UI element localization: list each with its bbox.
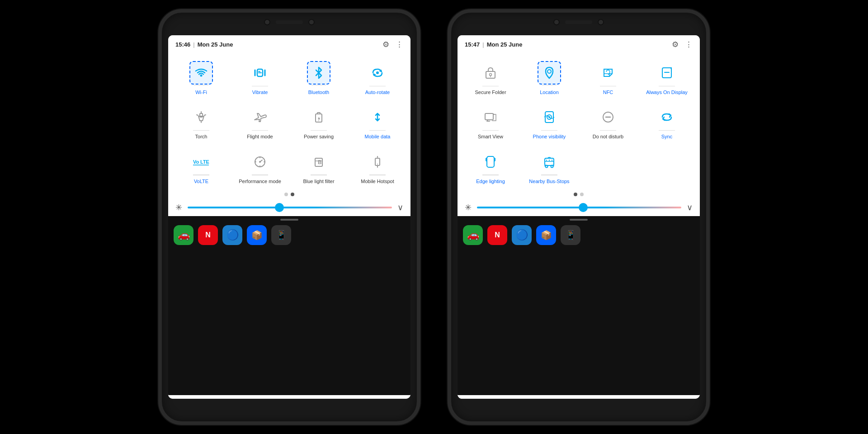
dot-1-1[interactable] [284, 193, 288, 196]
status-bar-left-1: 15:46 | Mon 25 June [175, 41, 233, 48]
donotdisturb-label: Do not disturb [593, 133, 623, 140]
phone-2-body: 15:47 | Mon 25 June ⚙ ⋮ [448, 9, 710, 425]
app-grab[interactable]: 🚗 [174, 225, 193, 245]
phonevis-label: Phone visibility [533, 133, 566, 140]
nearbybus-icon [542, 155, 557, 169]
vibrate-label: Vibrate [252, 89, 268, 95]
earpiece-speaker-2 [565, 20, 592, 24]
quick-settings-1: Wi-Fi [168, 52, 410, 399]
app-netflix-2[interactable]: N [487, 225, 507, 245]
wifi-label: Wi-Fi [195, 89, 207, 95]
dot-2-1[interactable] [574, 193, 577, 196]
qs-alwayson[interactable]: Always On Display [637, 56, 696, 99]
brightness-chevron-icon-2[interactable]: ∨ [687, 203, 693, 212]
app-blue[interactable]: 🔵 [222, 225, 242, 245]
brightness-track-1[interactable] [188, 207, 392, 208]
wifi-icon [194, 66, 208, 80]
brightness-sun-icon-1: ✳ [175, 203, 182, 212]
app-blue-2[interactable]: 🔵 [512, 225, 532, 245]
phones-container: 15:46 | Mon 25 June ⚙ ⋮ [158, 9, 710, 425]
svg-line-13 [204, 115, 206, 115]
qs-torch[interactable]: Torch [172, 100, 231, 143]
sensor [308, 19, 315, 25]
location-icon [543, 66, 556, 80]
qs-grid-row3-2: Edge lighting [458, 145, 700, 188]
qs-location[interactable]: Location [520, 56, 579, 99]
autorotate-icon-wrap [366, 61, 389, 85]
powersaving-label: Power saving [304, 133, 334, 140]
app-dropbox-2[interactable]: 📦 [536, 225, 556, 245]
dot-1-2[interactable] [291, 193, 294, 196]
sync-icon-wrap [655, 105, 679, 129]
qs-edgelighting[interactable]: Edge lighting [461, 145, 520, 188]
autorotate-icon [370, 66, 385, 80]
qs-wifi[interactable]: Wi-Fi [172, 56, 231, 99]
donotdisturb-icon-wrap [596, 105, 620, 129]
bixby-button[interactable] [158, 157, 160, 175]
perfmode-label: Performance mode [239, 178, 281, 184]
qs-mobiledata[interactable]: Mobile data [348, 100, 407, 143]
qs-bluelightfilter[interactable]: B Blue light filter [289, 145, 348, 188]
qs-nearbybus[interactable]: Nearby Bus-Stops [520, 145, 579, 188]
qs-autorotate[interactable]: Auto-rotate [348, 56, 407, 99]
vol-down-button[interactable] [158, 125, 160, 150]
app-grab-2[interactable]: 🚗 [463, 225, 483, 245]
vol-down-button-2[interactable] [448, 125, 449, 150]
app-dropbox[interactable]: 📦 [247, 225, 267, 245]
location-label: Location [540, 89, 559, 95]
power-button[interactable] [419, 108, 420, 139]
mobilehotspot-label: Mobile Hotspot [361, 178, 394, 184]
bluetooth-label: Bluetooth [308, 89, 329, 95]
torch-icon-wrap [189, 105, 213, 129]
settings-gear-icon-1[interactable]: ⚙ [382, 40, 389, 49]
earpiece-speaker [276, 20, 303, 24]
settings-gear-icon-2[interactable]: ⚙ [672, 40, 679, 49]
vol-up-button[interactable] [158, 94, 160, 119]
qs-flightmode[interactable]: Flight mode [231, 100, 289, 143]
sync-label: Sync [661, 133, 672, 140]
status-bar-1: 15:46 | Mon 25 June ⚙ ⋮ [168, 35, 410, 52]
bluelightfilter-icon-wrap: B [307, 150, 330, 174]
brightness-thumb-2[interactable] [579, 203, 588, 212]
phonevis-icon-wrap [538, 105, 561, 129]
svg-text:LTE: LTE [200, 159, 209, 165]
svg-text:B: B [318, 159, 322, 165]
qs-bluetooth[interactable]: Bluetooth [289, 56, 348, 99]
qs-donotdisturb[interactable]: Do not disturb [579, 100, 637, 143]
status-bar-2: 15:47 | Mon 25 June ⚙ ⋮ [458, 35, 700, 52]
volte-label: VoLTE [194, 178, 208, 184]
qs-nfc[interactable]: NFC [579, 56, 637, 99]
qs-perfmode[interactable]: Performance mode [231, 145, 289, 188]
qs-sync[interactable]: Sync [637, 100, 696, 143]
alwayson-label: Always On Display [646, 89, 688, 95]
app-netflix[interactable]: N [198, 225, 218, 245]
qs-powersaving[interactable]: Power saving [289, 100, 348, 143]
app-misc-2[interactable]: 📱 [561, 225, 580, 245]
mobiledata-icon [370, 110, 385, 124]
autorotate-label: Auto-rotate [365, 89, 390, 95]
qs-mobilehotspot[interactable]: Mobile Hotspot [348, 145, 407, 188]
svg-rect-52 [486, 158, 487, 161]
power-button-2[interactable] [708, 108, 710, 139]
brightness-chevron-icon-1[interactable]: ∨ [397, 203, 403, 212]
svg-rect-16 [317, 113, 320, 114]
brightness-thumb-1[interactable] [275, 203, 284, 212]
svg-point-57 [551, 165, 553, 167]
more-options-icon-2[interactable]: ⋮ [685, 40, 693, 49]
divider-2: | [482, 41, 484, 48]
vol-up-button-2[interactable] [448, 94, 449, 119]
dot-2-2[interactable] [580, 193, 584, 196]
qs-volte[interactable]: Vo LTE VoLTE [172, 145, 231, 188]
brightness-track-2[interactable] [477, 207, 681, 208]
qs-smartview[interactable]: Smart View [461, 100, 520, 143]
more-options-icon-1[interactable]: ⋮ [396, 40, 403, 49]
qs-securefolder[interactable]: Secure Folder [461, 56, 520, 99]
qs-vibrate[interactable]: Vibrate [231, 56, 289, 99]
app-misc[interactable]: 📱 [271, 225, 291, 245]
nearbybus-icon-wrap [538, 150, 561, 174]
bixby-button-2[interactable] [448, 157, 449, 175]
svg-point-38 [547, 70, 551, 73]
front-camera [264, 19, 270, 25]
qs-phonevis[interactable]: Phone visibility [520, 100, 579, 143]
app-icons-row-2: 🚗 N 🔵 📦 📱 [458, 221, 700, 250]
